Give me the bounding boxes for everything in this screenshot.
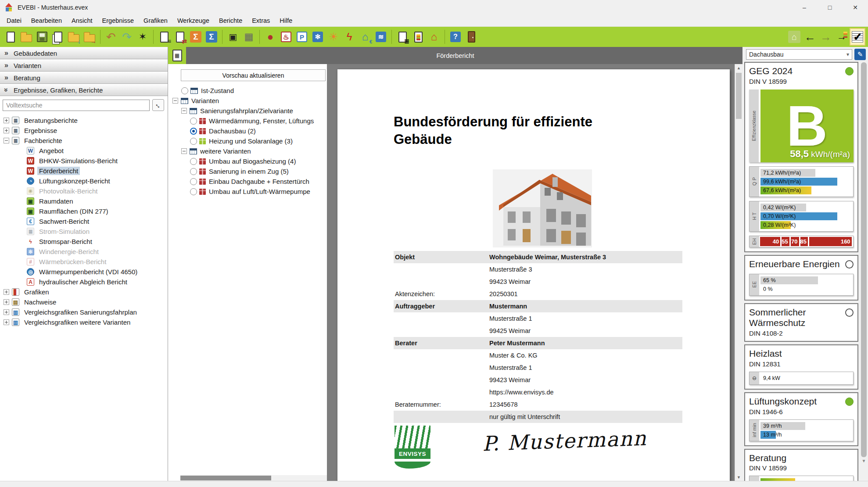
variant-radio-selected[interactable]: [190, 128, 197, 135]
exit-door-icon[interactable]: [463, 28, 479, 46]
hierarchy-icon[interactable]: ▣: [225, 28, 241, 46]
menu-item-bearbeiten[interactable]: Bearbeiten: [26, 16, 67, 25]
variant-radio[interactable]: [190, 178, 197, 185]
help-icon[interactable]: ?: [448, 28, 463, 46]
open-folder-icon[interactable]: [18, 28, 34, 46]
tree-item[interactable]: ϟStromspar-Bericht: [2, 236, 168, 247]
tree-item[interactable]: ▥Vergleichsgrafiken Sanierungsfahrplan: [2, 307, 168, 317]
expand-search-button[interactable]: ↔: [152, 99, 164, 111]
export-folder-icon[interactable]: →: [82, 28, 97, 46]
wall-layers-icon[interactable]: ▦: [241, 28, 257, 46]
variant-dropdown[interactable]: Dachausbau ▾: [746, 49, 852, 60]
tree-item[interactable]: ≣Beratungsberichte: [2, 115, 168, 125]
results-vertical-scrollbar[interactable]: ▼: [860, 61, 868, 481]
close-button[interactable]: ✕: [843, 0, 868, 15]
import-folder-icon[interactable]: ↓: [66, 28, 82, 46]
tree-item[interactable]: WBHKW-Simulations-Bericht: [2, 156, 168, 166]
scrollbar-thumb[interactable]: [736, 73, 742, 119]
flame-icon[interactable]: ♨: [278, 28, 294, 46]
magic-wand-icon[interactable]: ✶: [135, 28, 151, 46]
save-icon[interactable]: [34, 28, 50, 46]
report-document-icon[interactable]: ≡: [156, 28, 172, 46]
sidebar-section-beratung[interactable]: »Beratung: [0, 72, 168, 84]
scroll-down-arrow[interactable]: ▼: [735, 473, 742, 481]
redo-icon[interactable]: ↷: [119, 28, 135, 46]
tree-item[interactable]: #Wärmebrücken-Bericht: [2, 257, 168, 267]
expand-icon[interactable]: [4, 299, 9, 305]
tree-item[interactable]: ≣Fachberichte: [2, 136, 168, 146]
menu-item-werkzeuge[interactable]: Werkzeuge: [172, 16, 214, 25]
goto-report-icon[interactable]: →: [834, 28, 850, 46]
tree-item[interactable]: ▣Raumflächen (DIN 277): [2, 206, 168, 216]
menu-item-grafiken[interactable]: Grafiken: [139, 16, 172, 25]
variant-item[interactable]: Sanierung in einem Zug (5): [172, 166, 327, 176]
burner-icon[interactable]: ●: [262, 28, 278, 46]
house-curves-icon[interactable]: ⌂: [426, 28, 442, 46]
tree-item[interactable]: ▋Grafiken: [2, 287, 168, 297]
document-vertical-scrollbar[interactable]: ▲ ▼: [735, 64, 742, 481]
nav-forward-icon[interactable]: →: [818, 28, 834, 46]
variants-horizontal-scrollbar[interactable]: [180, 475, 327, 481]
variant-radio[interactable]: [190, 168, 197, 175]
expand-icon[interactable]: [4, 118, 9, 123]
refresh-preview-button[interactable]: Vorschau aktualisieren: [181, 69, 326, 81]
duplicate-window-icon[interactable]: [50, 28, 66, 46]
variant-item[interactable]: Umbau auf Biogasheizung (4): [172, 156, 327, 166]
minimize-button[interactable]: –: [792, 0, 817, 15]
euro-house-icon[interactable]: ⌂€: [357, 28, 373, 46]
sum-variants-icon[interactable]: Σ: [204, 28, 219, 46]
menu-item-berichte[interactable]: Berichte: [214, 16, 247, 25]
edit-variant-button[interactable]: ✎: [854, 49, 866, 60]
expand-icon[interactable]: [4, 128, 9, 133]
expand-icon[interactable]: [4, 319, 9, 325]
heat-pump-icon[interactable]: P: [294, 28, 310, 46]
variant-item[interactable]: Umbau auf Luft/Luft-Wärmepumpe: [172, 186, 327, 197]
maximize-button[interactable]: □: [817, 0, 843, 15]
nav-back-icon[interactable]: ←: [802, 28, 818, 46]
variant-item[interactable]: Heizung und Solaranlage (3): [172, 136, 327, 146]
expand-icon[interactable]: [4, 309, 9, 315]
active-report-tab[interactable]: ≣: [168, 47, 186, 64]
tree-item[interactable]: ◎Wärmepumpenbericht (VDI 4650): [2, 267, 168, 277]
ventilation-fan-icon[interactable]: ✻: [310, 28, 326, 46]
sidebar-section-ergebnisse-grafiken-berichte[interactable]: »Ergebnisse, Grafiken, Berichte: [0, 84, 168, 96]
tree-item[interactable]: ▥Vergleichsgrafiken weitere Varianten: [2, 317, 168, 327]
tree-item[interactable]: €Sachwert-Bericht: [2, 216, 168, 226]
tree-item[interactable]: ◔Lüftungskonzept-Bericht: [2, 176, 168, 186]
tree-item[interactable]: ▣Raumdaten: [2, 196, 168, 206]
scroll-up-arrow[interactable]: ▲: [735, 64, 742, 72]
energy-label-icon[interactable]: [410, 28, 426, 46]
collapse-icon[interactable]: [181, 148, 187, 154]
undo-icon[interactable]: ↶: [103, 28, 119, 46]
fulltext-search-input[interactable]: [3, 100, 150, 111]
collapse-icon[interactable]: [172, 98, 178, 104]
sidebar-section-varianten[interactable]: »Varianten: [0, 59, 168, 72]
collapse-icon[interactable]: [181, 108, 187, 114]
report-manager-icon[interactable]: ≣: [395, 28, 410, 46]
variant-radio[interactable]: [190, 138, 197, 145]
tree-item-selected[interactable]: WFörderbericht: [2, 166, 168, 176]
scrollbar-thumb[interactable]: [861, 62, 867, 457]
scroll-down-arrow[interactable]: ▼: [860, 458, 868, 463]
floor-heating-icon[interactable]: ≋: [373, 28, 389, 46]
menu-item-extras[interactable]: Extras: [247, 16, 275, 25]
compare-reports-icon[interactable]: ⇄: [172, 28, 188, 46]
tree-item[interactable]: ▤Nachweise: [2, 297, 168, 307]
variant-item[interactable]: Sanierungsfahrplan/Zielvariante: [172, 106, 327, 116]
variant-radio[interactable]: [181, 87, 188, 94]
sun-icon[interactable]: ☀: [326, 28, 341, 46]
lightning-icon[interactable]: ϟ: [341, 28, 357, 46]
tree-item[interactable]: ≣Ergebnisse: [2, 125, 168, 136]
menu-item-ergebnisse[interactable]: Ergebnisse: [97, 16, 139, 25]
variant-item[interactable]: weitere Varianten: [172, 146, 327, 156]
menu-item-datei[interactable]: Datei: [2, 16, 26, 25]
variant-radio[interactable]: [190, 188, 197, 195]
new-document-icon[interactable]: [3, 28, 18, 46]
variant-radio[interactable]: [190, 118, 197, 125]
tree-item[interactable]: ✻Windenergie-Bericht: [2, 247, 168, 257]
sum-results-icon[interactable]: Σ: [188, 28, 204, 46]
variant-item[interactable]: Einbau Dachgaube + Fenstertürch: [172, 176, 327, 186]
variant-item[interactable]: Wärmedämmung, Fenster, Lüftungs: [172, 116, 327, 126]
tree-item[interactable]: WAngebot: [2, 146, 168, 156]
menu-item-hilfe[interactable]: Hilfe: [275, 16, 297, 25]
